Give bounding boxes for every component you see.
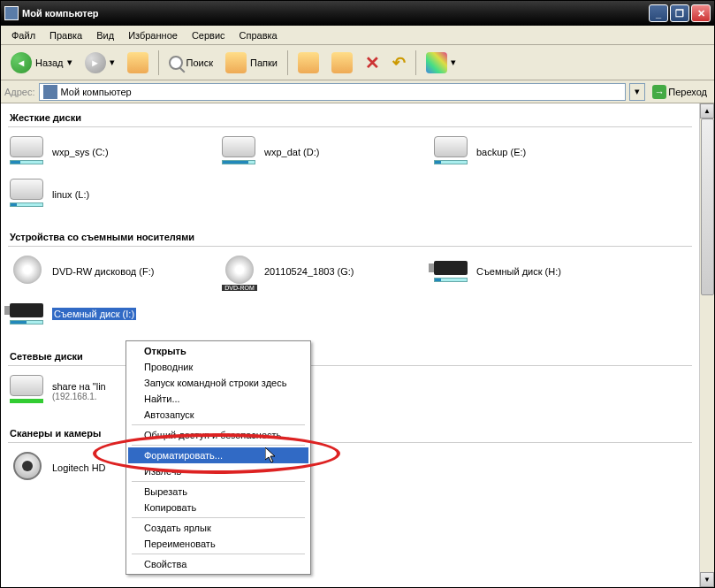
removable-items: DVD-RW дисковод (F:) DVD-ROM 20110524_18… — [8, 254, 692, 332]
ctx-find[interactable]: Найти... — [128, 391, 308, 407]
back-button[interactable]: ◄ Назад ▾ — [6, 50, 77, 76]
section-removable: Устройства со съемными носителями — [8, 226, 692, 247]
usb-icon — [10, 298, 45, 330]
search-icon — [169, 56, 183, 70]
content-pane[interactable]: Жесткие диски wxp_sys (C:) wxp_dat (D:) … — [1, 103, 699, 587]
views-button[interactable]: ▾ — [422, 50, 460, 76]
address-value: Мой компьютер — [61, 87, 132, 97]
copy-to-icon — [331, 52, 353, 73]
drive-f-dvdrw[interactable]: DVD-RW дисковод (F:) — [8, 254, 185, 289]
minimize-button[interactable]: _ — [649, 4, 668, 22]
address-dropdown[interactable]: ▾ — [629, 83, 645, 101]
addressbar: Адрес: Мой компьютер ▾ → Переход — [1, 80, 714, 103]
go-button[interactable]: → Переход — [649, 85, 711, 99]
up-button[interactable] — [123, 50, 153, 76]
scanner-items: Logitech HD — [8, 450, 692, 485]
separator — [158, 50, 159, 75]
drive-c[interactable]: wxp_sys (C:) — [8, 134, 185, 170]
menu-help[interactable]: Справка — [232, 28, 285, 42]
move-to-button[interactable] — [293, 50, 323, 76]
titlebar: Мой компьютер _ ❐ ✕ — [1, 1, 714, 26]
views-icon — [426, 52, 447, 73]
hdd-icon — [10, 179, 45, 210]
forward-button[interactable]: ► ▾ — [80, 50, 119, 76]
ctx-eject[interactable]: Извлечь — [128, 463, 308, 479]
ctx-shortcut[interactable]: Создать ярлык — [128, 520, 308, 536]
ctx-cmd[interactable]: Запуск командной строки здесь — [128, 375, 308, 391]
menu-tools[interactable]: Сервис — [185, 28, 232, 42]
ctx-format[interactable]: Форматировать... — [128, 447, 308, 463]
forward-arrow-icon: ► — [85, 52, 106, 73]
separator — [132, 424, 305, 425]
ctx-sharing[interactable]: Общий доступ и безопасность... — [128, 427, 308, 443]
hdd-icon — [222, 136, 257, 168]
computer-icon — [4, 6, 19, 20]
menu-edit[interactable]: Правка — [42, 28, 89, 42]
section-hdd: Жесткие диски — [8, 107, 692, 127]
ctx-cut[interactable]: Вырезать — [128, 484, 308, 500]
address-input[interactable]: Мой компьютер — [39, 83, 627, 101]
vertical-scrollbar[interactable]: ▲ ▼ — [699, 103, 714, 587]
content-area: Жесткие диски wxp_sys (C:) wxp_dat (D:) … — [1, 103, 714, 587]
close-button[interactable]: ✕ — [691, 4, 711, 22]
undo-button[interactable]: ↶ — [388, 50, 410, 75]
toolbar: ◄ Назад ▾ ► ▾ Поиск Папки ✕ ↶ ▾ — [1, 45, 714, 80]
dvdrom-icon: DVD-ROM — [222, 256, 257, 287]
chevron-down-icon: ▾ — [451, 57, 456, 68]
delete-button[interactable]: ✕ — [361, 50, 384, 76]
window-title: Мой компьютер — [22, 8, 647, 19]
scroll-thumb[interactable] — [701, 118, 714, 295]
scroll-up-button[interactable]: ▲ — [700, 103, 714, 118]
menu-file[interactable]: Файл — [4, 28, 42, 42]
back-arrow-icon: ◄ — [11, 52, 32, 73]
folder-up-icon — [127, 52, 148, 73]
ctx-copy[interactable]: Копировать — [128, 500, 308, 515]
context-menu: Открыть Проводник Запуск командной строк… — [126, 340, 311, 575]
network-drive-icon — [10, 375, 45, 407]
search-button[interactable]: Поиск — [164, 53, 217, 73]
separator — [132, 554, 305, 554]
dvd-icon — [10, 256, 45, 287]
menu-favorites[interactable]: Избранное — [121, 28, 185, 42]
webcam-icon — [10, 452, 45, 484]
ctx-autorun[interactable]: Автозапуск — [128, 407, 308, 423]
explorer-window: Мой компьютер _ ❐ ✕ Файл Правка Вид Избр… — [0, 0, 715, 588]
folders-icon — [225, 52, 247, 73]
separator — [132, 481, 305, 482]
ctx-open[interactable]: Открыть — [128, 343, 308, 359]
ctx-explorer[interactable]: Проводник — [128, 359, 308, 375]
go-arrow-icon: → — [652, 85, 666, 99]
section-network: Сетевые диски — [8, 346, 692, 366]
drive-h-usb[interactable]: Съемный диск (H:) — [432, 254, 609, 289]
separator — [132, 517, 305, 518]
hdd-items: wxp_sys (C:) wxp_dat (D:) backup (E:) li… — [8, 134, 692, 212]
move-to-icon — [298, 52, 319, 73]
copy-to-button[interactable] — [327, 50, 357, 76]
chevron-down-icon: ▾ — [110, 57, 115, 68]
separator — [132, 445, 305, 446]
menu-view[interactable]: Вид — [89, 28, 121, 42]
computer-icon — [43, 85, 57, 99]
maximize-button[interactable]: ❐ — [670, 4, 689, 22]
undo-icon: ↶ — [392, 53, 406, 73]
drive-g-dvdrom[interactable]: DVD-ROM 20110524_1803 (G:) — [220, 254, 397, 289]
folders-button[interactable]: Папки — [221, 50, 282, 76]
network-items: share на "lin (192.168.1. — [8, 373, 692, 409]
drive-i-usb[interactable]: Съемный диск (I:) — [8, 296, 185, 332]
drive-l[interactable]: linux (L:) — [8, 177, 185, 212]
drive-e[interactable]: backup (E:) — [432, 134, 609, 170]
chevron-down-icon: ▾ — [67, 57, 72, 68]
hdd-icon — [10, 136, 45, 168]
ctx-properties[interactable]: Свойства — [128, 556, 308, 572]
drive-d[interactable]: wxp_dat (D:) — [220, 134, 397, 170]
usb-icon — [434, 256, 469, 287]
address-label: Адрес: — [4, 87, 35, 97]
section-scanners: Сканеры и камеры — [8, 423, 692, 443]
separator — [415, 50, 416, 75]
menubar: Файл Правка Вид Избранное Сервис Справка — [1, 26, 714, 45]
delete-icon: ✕ — [365, 52, 380, 73]
ctx-rename[interactable]: Переименовать — [128, 536, 308, 552]
scroll-down-button[interactable]: ▼ — [700, 572, 714, 587]
separator — [287, 50, 288, 75]
hdd-icon — [434, 136, 469, 168]
